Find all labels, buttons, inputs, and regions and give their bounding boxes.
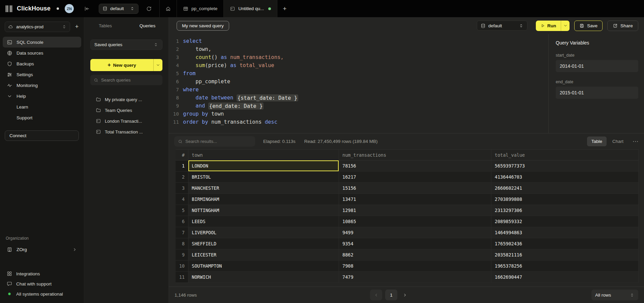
cell-town[interactable]: BRISTOL [188, 172, 339, 183]
sidebar-item-chat-with-support[interactable]: Chat with support [3, 279, 81, 289]
next-page-button[interactable] [400, 293, 409, 298]
cell-num-transactions[interactable]: 13471 [339, 194, 491, 205]
tab-label: pp_complete [191, 6, 217, 11]
column-header-town[interactable]: town [188, 150, 339, 160]
more-options-icon[interactable]: ⋯ [633, 138, 639, 145]
column-header-num-transactions[interactable]: num_transactions [339, 150, 491, 160]
cell-town[interactable]: SHEFFIELD [188, 238, 339, 249]
sidebar-item-backups[interactable]: Backups [3, 58, 81, 69]
cell-total-value[interactable]: 2313297306 [491, 205, 639, 216]
user-avatar[interactable]: ZN [65, 4, 74, 13]
sidebar-item-all-systems-operational[interactable]: All systems operational [3, 289, 81, 299]
code-line: 7where [169, 86, 548, 94]
cell-num-transactions[interactable]: 15156 [339, 183, 491, 194]
column-header-row-number[interactable]: # [176, 150, 188, 160]
share-button[interactable]: Share [607, 21, 638, 31]
query-list-item-team-queries[interactable]: Team Queries [87, 105, 166, 116]
refresh-icon[interactable] [146, 6, 152, 12]
cell-num-transactions[interactable]: 9499 [339, 227, 491, 238]
search-queries-box[interactable] [90, 75, 162, 85]
collapse-sidebar-icon[interactable] [84, 6, 90, 12]
run-main[interactable]: Run [536, 21, 561, 31]
search-queries-input[interactable] [101, 78, 159, 83]
cell-total-value[interactable]: 1765902436 [491, 238, 639, 249]
add-service-button[interactable]: + [72, 23, 81, 31]
sidebar-item-data-sources[interactable]: Data sources [3, 48, 81, 58]
table-row: 2BRISTOL162174136446703 [176, 172, 639, 183]
cell-town[interactable]: LEEDS [188, 216, 339, 227]
sidebar-item-sql-console[interactable]: SQL Console [3, 37, 81, 48]
new-query-button[interactable]: + New query [90, 59, 162, 71]
save-button[interactable]: Save [574, 21, 603, 31]
cell-total-value[interactable]: 56593977373 [491, 160, 639, 172]
new-query-main[interactable]: + New query [90, 59, 153, 71]
view-table-button[interactable]: Table [587, 137, 607, 146]
query-list-item-total-transaction[interactable]: Total Transaction ... [87, 126, 166, 137]
cell-total-value[interactable]: 1464994863 [491, 227, 639, 238]
query-database-selector[interactable]: default [477, 21, 527, 31]
sidebar-item-help[interactable]: Help [3, 91, 81, 101]
cell-num-transactions[interactable]: 7479 [339, 272, 491, 283]
cell-town[interactable]: SOUTHAMPTON [188, 261, 339, 272]
cell-total-value[interactable]: 2660602241 [491, 183, 639, 194]
sidebar-item-support[interactable]: Support [3, 112, 81, 123]
page-size-selector[interactable]: All rows [591, 290, 638, 300]
query-list-item-my-private-query[interactable]: My private query ... [87, 94, 166, 105]
sidebar-item-learn[interactable]: Learn [3, 101, 81, 112]
cell-num-transactions[interactable]: 10865 [339, 216, 491, 227]
current-page[interactable]: 1 [385, 290, 397, 300]
column-header-total-value[interactable]: total_value [491, 150, 639, 160]
run-options-dropdown[interactable] [561, 21, 570, 31]
cell-total-value[interactable]: 2089859332 [491, 216, 639, 227]
connect-button[interactable]: Connect [5, 130, 79, 141]
cell-town[interactable]: LIVERPOOL [188, 227, 339, 238]
start-date-input[interactable] [556, 60, 638, 72]
saved-queries-selector[interactable]: Saved queries [90, 39, 162, 50]
sidebar-item-organization[interactable]: ZOrg [3, 244, 81, 255]
cell-num-transactions[interactable]: 7908 [339, 261, 491, 272]
view-chart-button[interactable]: Chart [608, 137, 628, 146]
search-results-box[interactable] [174, 136, 255, 147]
row-number: 10 [176, 261, 188, 272]
topbar-database-selector[interactable]: default [99, 4, 139, 14]
saved-query-tab[interactable]: My new saved query [177, 21, 229, 31]
cell-town[interactable]: LONDON [188, 160, 339, 172]
search-results-input[interactable] [185, 139, 251, 144]
sliders-icon [7, 72, 12, 78]
cell-town[interactable]: NOTTINGHAM [188, 205, 339, 216]
tab-tables[interactable]: Tables [84, 23, 126, 28]
tab-home[interactable] [159, 0, 177, 17]
prev-page-button[interactable] [370, 290, 382, 300]
cell-town[interactable]: MANCHESTER [188, 183, 339, 194]
cell-num-transactions[interactable]: 78156 [339, 160, 491, 172]
row-number: 3 [176, 183, 188, 194]
cell-total-value[interactable]: 1662690447 [491, 272, 639, 283]
end-date-input[interactable] [556, 87, 638, 99]
sidebar-item-integrations[interactable]: Integrations [3, 269, 81, 279]
cell-town[interactable]: LEICESTER [188, 249, 339, 261]
code-text: order by num_transactions desc [183, 118, 277, 126]
cell-num-transactions[interactable]: 16217 [339, 172, 491, 183]
cell-num-transactions[interactable]: 8862 [339, 249, 491, 261]
sql-editor[interactable]: 1select2 town,3 count() as num_transacti… [169, 34, 548, 133]
service-selector[interactable]: analytics-prod [5, 22, 70, 32]
table-row: 1LONDON7815656593977373 [176, 160, 639, 172]
cell-total-value[interactable]: 2035821116 [491, 249, 639, 261]
cell-total-value[interactable]: 4136446703 [491, 172, 639, 183]
run-button[interactable]: Run [536, 21, 570, 31]
tab-untitled-query[interactable]: Untitled qu... [223, 0, 277, 17]
new-tab-button[interactable]: + [277, 0, 292, 17]
cell-town[interactable]: NORWICH [188, 272, 339, 283]
sidebar-item-monitoring[interactable]: Monitoring [3, 80, 81, 91]
tab-queries[interactable]: Queries [126, 23, 168, 28]
cell-total-value[interactable]: 2703899808 [491, 194, 639, 205]
cell-total-value[interactable]: 1965378256 [491, 261, 639, 272]
updown-chevrons-icon [62, 24, 67, 29]
cell-town[interactable]: BIRMINGHAM [188, 194, 339, 205]
cell-num-transactions[interactable]: 9354 [339, 238, 491, 249]
query-list-item-london-transacti[interactable]: London Transacti... [87, 116, 166, 126]
new-query-dropdown[interactable] [153, 59, 162, 71]
sidebar-item-settings[interactable]: Settings [3, 69, 81, 80]
cell-num-transactions[interactable]: 12981 [339, 205, 491, 216]
tab-pp-complete[interactable]: pp_complete [177, 0, 223, 17]
